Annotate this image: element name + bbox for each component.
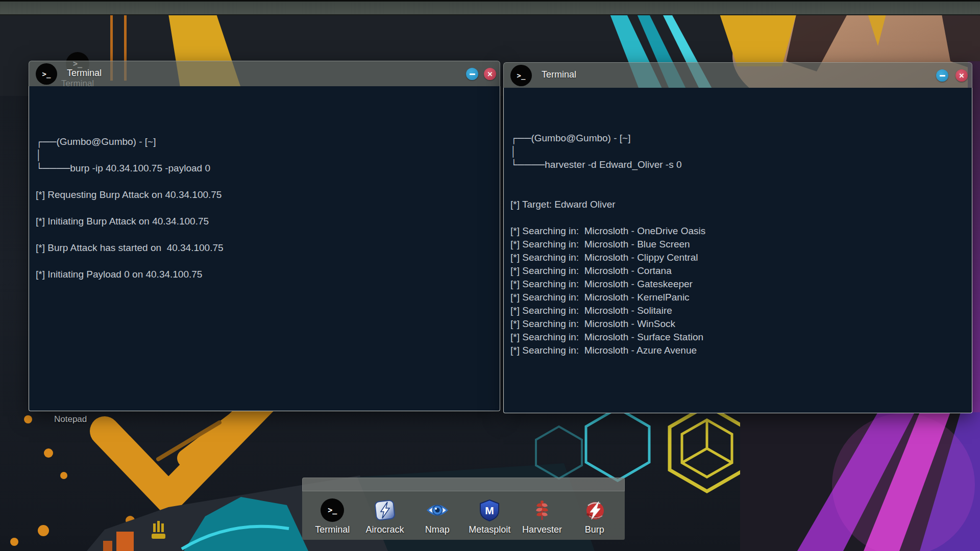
terminal-output-line: [*] Burp Attack has started on 40.34.100… xyxy=(36,241,493,255)
title-bar[interactable]: >_ Terminal ✕ xyxy=(503,62,972,88)
minimize-button[interactable] xyxy=(936,69,948,82)
harvester-wheat-icon xyxy=(530,498,554,522)
terminal-output-line: [*] Requesting Burp Attack on 40.34.100.… xyxy=(36,188,493,202)
dock-item-label: Airocrack xyxy=(359,524,411,535)
airocrack-icon xyxy=(373,498,397,522)
terminal-icon: >_ xyxy=(36,63,57,85)
dock-item-terminal[interactable]: >_ Terminal xyxy=(306,498,359,540)
dock-item-nmap[interactable]: Nmap xyxy=(411,498,463,540)
dock-item-metasploit[interactable]: M Metasploit xyxy=(463,498,516,540)
terminal-output-line xyxy=(510,211,965,224)
terminal-output-line: [*] Searching in: Microsloth - Cortana xyxy=(510,264,965,278)
terminal-output-line: │ xyxy=(36,148,493,162)
dock-item-airocrack[interactable]: Airocrack xyxy=(359,498,411,540)
terminal-output-line xyxy=(36,255,493,268)
terminal-output-line xyxy=(36,202,493,215)
terminal-output-line: [*] Searching in: Microsloth - Clippy Ce… xyxy=(510,251,965,264)
nmap-eye-icon xyxy=(426,498,449,522)
terminal-output-line xyxy=(510,185,965,198)
terminal-output-line: [*] Searching in: Microsloth - Surface S… xyxy=(510,331,965,344)
terminal-output-line xyxy=(36,175,493,188)
terminal-output[interactable]: ┌──(Gumbo@Gumbo) - [~]│└────harvester -d… xyxy=(503,88,972,413)
terminal-output-line: └────harvester -d Edward_Oliver -s 0 xyxy=(510,158,965,171)
terminal-output-line: [*] Searching in: Microsloth - WinSock xyxy=(510,317,965,331)
top-bar xyxy=(0,0,980,15)
terminal-output-line: [*] Target: Edward Oliver xyxy=(510,198,965,211)
dock-panel: >_ Terminal xyxy=(302,491,625,540)
dock-item-label: Nmap xyxy=(411,524,463,535)
title-bar[interactable]: >_ Terminal ✕ xyxy=(29,61,500,86)
dock-top-strip xyxy=(302,478,625,491)
close-button[interactable]: ✕ xyxy=(484,68,496,80)
dock-item-label: Metasploit xyxy=(463,524,516,535)
terminal-output-line: [*] Searching in: Microsloth - Solitaire xyxy=(510,304,965,317)
terminal-output-line: └────burp -ip 40.34.100.75 -payload 0 xyxy=(36,162,493,175)
terminal-output-line: [*] Searching in: Microsloth - KernelPan… xyxy=(510,291,965,304)
window-title: Terminal xyxy=(542,69,576,80)
terminal-window-harvester: >_ Terminal ✕ ┌──(Gumbo@Gumbo) - [~]│└──… xyxy=(503,62,972,413)
minimize-icon xyxy=(940,75,945,77)
svg-text:M: M xyxy=(485,505,495,516)
dock-item-label: Harvester xyxy=(516,524,569,535)
terminal-output-line: ┌──(Gumbo@Gumbo) - [~] xyxy=(36,135,493,148)
terminal-output-line: [*] Searching in: Microsloth - Gateskeep… xyxy=(510,278,965,291)
dock-item-label: Terminal xyxy=(306,524,359,535)
dock-item-burp[interactable]: Burp xyxy=(568,498,621,540)
desktop: >_ Terminal Notepad >_ Terminal ✕ ┌──(Gu… xyxy=(0,0,980,551)
terminal-icon: >_ xyxy=(321,498,344,522)
terminal-output-line: │ xyxy=(510,145,965,158)
terminal-output-line: [*] Initiating Payload 0 on 40.34.100.75 xyxy=(36,268,493,281)
minimize-button[interactable] xyxy=(466,68,478,80)
close-button[interactable]: ✕ xyxy=(955,69,968,82)
terminal-output-line xyxy=(510,171,965,185)
close-icon: ✕ xyxy=(487,70,493,78)
minimize-icon xyxy=(470,73,475,75)
dock: >_ Terminal xyxy=(302,478,625,540)
window-title: Terminal xyxy=(67,68,102,79)
dock-item-label: Burp xyxy=(568,524,621,535)
terminal-output-line: [*] Searching in: Microsloth - Azure Ave… xyxy=(510,344,965,357)
terminal-icon: >_ xyxy=(510,65,532,86)
terminal-output-line: [*] Searching in: Microsloth - OneDrive … xyxy=(510,224,965,238)
desktop-icon-label: Notepad xyxy=(54,414,87,424)
terminal-output-line: [*] Initiating Burp Attack on 40.34.100.… xyxy=(36,215,493,228)
terminal-output-line: ┌──(Gumbo@Gumbo) - [~] xyxy=(510,132,965,145)
dock-item-harvester[interactable]: Harvester xyxy=(516,498,569,540)
desktop-icon-notepad[interactable]: Notepad xyxy=(54,414,87,424)
terminal-output[interactable]: ┌──(Gumbo@Gumbo) - [~]│└────burp -ip 40.… xyxy=(29,86,500,411)
terminal-output-line: [*] Searching in: Microsloth - Blue Scre… xyxy=(510,238,965,251)
terminal-window-burp: >_ Terminal ✕ ┌──(Gumbo@Gumbo) - [~]│└──… xyxy=(29,61,500,411)
terminal-output-line xyxy=(36,228,493,241)
metasploit-shield-icon: M xyxy=(478,498,501,522)
close-icon: ✕ xyxy=(959,72,965,80)
burp-icon xyxy=(583,498,606,522)
